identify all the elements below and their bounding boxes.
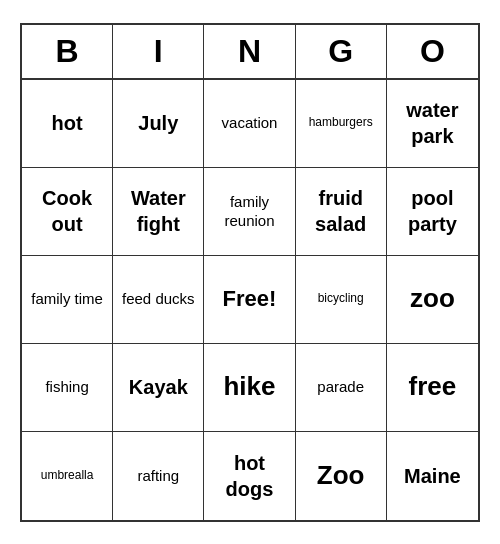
header-letter-b: B — [22, 25, 113, 78]
header-letter-n: N — [204, 25, 295, 78]
bingo-cell-13[interactable]: bicycling — [296, 256, 387, 344]
bingo-grid: hotJulyvacationhamburgerswater parkCook … — [22, 80, 478, 520]
header-letter-g: G — [296, 25, 387, 78]
header-letter-o: O — [387, 25, 478, 78]
bingo-cell-15[interactable]: fishing — [22, 344, 113, 432]
bingo-cell-18[interactable]: parade — [296, 344, 387, 432]
bingo-cell-4[interactable]: water park — [387, 80, 478, 168]
bingo-card: BINGO hotJulyvacationhamburgerswater par… — [20, 23, 480, 522]
bingo-cell-11[interactable]: feed ducks — [113, 256, 204, 344]
bingo-cell-16[interactable]: Kayak — [113, 344, 204, 432]
bingo-cell-10[interactable]: family time — [22, 256, 113, 344]
bingo-cell-14[interactable]: zoo — [387, 256, 478, 344]
bingo-cell-17[interactable]: hike — [204, 344, 295, 432]
bingo-cell-23[interactable]: Zoo — [296, 432, 387, 520]
bingo-header: BINGO — [22, 25, 478, 80]
bingo-cell-5[interactable]: Cook out — [22, 168, 113, 256]
header-letter-i: I — [113, 25, 204, 78]
bingo-cell-1[interactable]: July — [113, 80, 204, 168]
bingo-cell-21[interactable]: rafting — [113, 432, 204, 520]
bingo-cell-7[interactable]: family reunion — [204, 168, 295, 256]
bingo-cell-12[interactable]: Free! — [204, 256, 295, 344]
bingo-cell-6[interactable]: Water fight — [113, 168, 204, 256]
bingo-cell-2[interactable]: vacation — [204, 80, 295, 168]
bingo-cell-20[interactable]: umbrealla — [22, 432, 113, 520]
bingo-cell-3[interactable]: hamburgers — [296, 80, 387, 168]
bingo-cell-24[interactable]: Maine — [387, 432, 478, 520]
bingo-cell-0[interactable]: hot — [22, 80, 113, 168]
bingo-cell-8[interactable]: fruid salad — [296, 168, 387, 256]
bingo-cell-19[interactable]: free — [387, 344, 478, 432]
bingo-cell-9[interactable]: pool party — [387, 168, 478, 256]
bingo-cell-22[interactable]: hot dogs — [204, 432, 295, 520]
